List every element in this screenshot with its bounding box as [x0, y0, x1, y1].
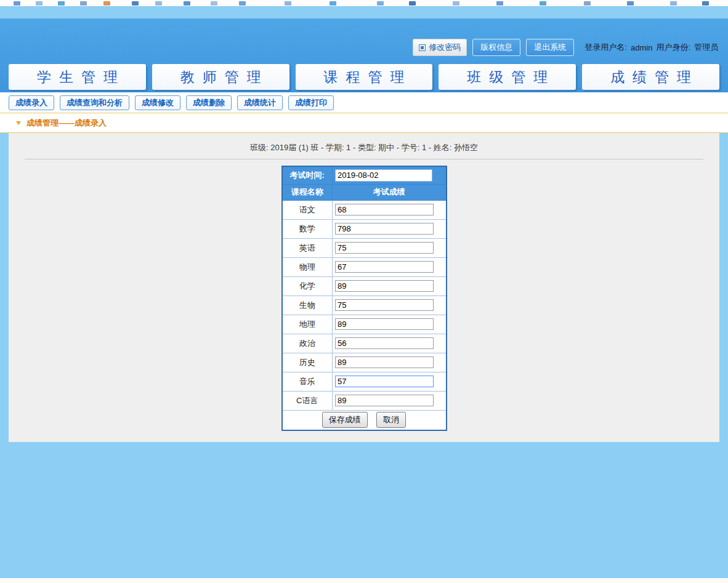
score-input[interactable] [335, 337, 434, 349]
main-nav-tab[interactable]: 课程管理 [296, 64, 433, 90]
sub-nav-button[interactable]: 成绩删除 [186, 95, 232, 110]
favicon-fragment-icon [330, 1, 336, 6]
column-header-course: 课程名称 [282, 184, 333, 200]
course-name: 政治 [282, 334, 333, 353]
score-cell [333, 257, 447, 276]
course-name: 生物 [282, 296, 333, 315]
score-cell [333, 238, 447, 257]
sub-nav-button[interactable]: 成绩打印 [288, 95, 334, 110]
score-input[interactable] [335, 299, 434, 311]
main-nav-tab-label: 教师管理 [172, 68, 269, 87]
main-nav: 学生管理 教师管理 课程管理 班级管理 成绩管理 [9, 64, 719, 90]
triangle-down-icon [16, 121, 21, 125]
score-row: C语言 [282, 391, 447, 410]
score-input[interactable] [335, 356, 434, 368]
role-label: 用户身份: [656, 42, 690, 53]
logout-button[interactable]: 退出系统 [526, 39, 574, 56]
favicon-fragment-icon [409, 1, 416, 6]
course-name: 数学 [282, 219, 333, 238]
form-buttons-row: 保存成绩 取消 [282, 410, 447, 430]
score-table-head: 考试时间: 课程名称 考试成绩 [282, 166, 447, 200]
course-name: 音乐 [282, 372, 333, 391]
score-table-footer: 保存成绩 取消 [282, 410, 447, 430]
course-name: 化学 [282, 276, 333, 296]
score-row: 音乐 [282, 372, 447, 391]
course-name: 语文 [282, 200, 333, 219]
main-nav-tab[interactable]: 班级管理 [439, 64, 576, 90]
favicon-fragment-icon [80, 1, 87, 6]
score-input[interactable] [335, 280, 434, 292]
score-row: 政治 [282, 334, 447, 353]
main-nav-tab[interactable]: 教师管理 [152, 64, 289, 90]
favicon-fragment-icon [702, 1, 709, 6]
login-user-label: 登录用户名: [584, 42, 627, 53]
score-cell [333, 372, 447, 391]
course-name: 历史 [282, 353, 333, 372]
main-nav-tab-label: 学生管理 [29, 68, 126, 87]
exam-date-input[interactable] [335, 169, 432, 182]
favicon-fragment-icon [58, 1, 65, 6]
score-input[interactable] [335, 318, 434, 330]
save-scores-button[interactable]: 保存成绩 [322, 412, 368, 428]
score-input[interactable] [335, 242, 434, 254]
login-user-value: admin [631, 43, 652, 52]
main-nav-tab-label: 课程管理 [315, 68, 412, 87]
score-cell [333, 296, 447, 315]
score-cell [333, 353, 447, 372]
copyright-button[interactable]: 版权信息 [472, 39, 520, 56]
score-row: 历史 [282, 353, 447, 372]
exam-date-label: 考试时间: [282, 166, 333, 184]
favicon-fragment-icon [132, 1, 139, 6]
score-cell [333, 334, 447, 353]
score-cell [333, 315, 447, 334]
sub-nav-button[interactable]: 成绩统计 [237, 95, 283, 110]
favicon-fragment-icon [184, 1, 190, 6]
change-password-button[interactable]: 修改密码 [413, 39, 467, 56]
favicon-fragment-icon [155, 1, 162, 6]
content-panel: 班级: 2019届 (1) 班 - 学期: 1 - 类型: 期中 - 学号: 1… [9, 133, 719, 442]
score-input[interactable] [335, 261, 434, 273]
course-name: 地理 [282, 315, 333, 334]
exam-date-row: 考试时间: [282, 166, 447, 184]
score-input[interactable] [335, 223, 434, 235]
sub-nav-button[interactable]: 成绩录入 [9, 95, 54, 110]
exam-date-cell [333, 166, 447, 184]
score-row: 物理 [282, 257, 447, 276]
favicon-fragment-icon [496, 1, 503, 6]
header-band: 修改密码 版权信息 退出系统 登录用户名: admin 用户身份: 管理员 学生… [0, 18, 728, 92]
favicon-fragment-icon [211, 1, 217, 6]
favicon-fragment-icon [14, 1, 20, 6]
breadcrumb: 成绩管理——成绩录入 [26, 118, 107, 129]
course-name: C语言 [282, 391, 333, 410]
score-cell [333, 200, 447, 219]
score-rows: 语文 数学 英语 [282, 200, 447, 410]
main-nav-tab[interactable]: 成绩管理 [582, 64, 719, 90]
bookmarks-bar-fragment [0, 0, 728, 6]
score-input[interactable] [335, 376, 434, 387]
sub-nav-button[interactable]: 成绩修改 [135, 95, 180, 110]
favicon-fragment-icon [627, 1, 634, 6]
column-header-score: 考试成绩 [333, 184, 447, 200]
login-user-info: 登录用户名: admin 用户身份: 管理员 [584, 42, 718, 53]
favicon-fragment-icon [239, 1, 246, 6]
table-header-row: 课程名称 考试成绩 [282, 184, 447, 200]
cancel-button[interactable]: 取消 [376, 412, 406, 428]
score-row: 数学 [282, 219, 447, 238]
main-nav-tab-label: 成绩管理 [602, 68, 699, 87]
score-row: 生物 [282, 296, 447, 315]
score-input[interactable] [335, 204, 434, 215]
sub-nav-button[interactable]: 成绩查询和分析 [60, 95, 129, 110]
role-value: 管理员 [694, 42, 718, 53]
score-row: 化学 [282, 276, 447, 296]
bottom-edge-strip [0, 578, 728, 583]
course-name: 物理 [282, 257, 333, 276]
score-row: 语文 [282, 200, 447, 219]
section-title-bar: 成绩管理——成绩录入 [0, 113, 728, 133]
favicon-fragment-icon [584, 1, 591, 6]
change-password-icon [419, 44, 426, 51]
score-cell [333, 276, 447, 296]
score-row: 地理 [282, 315, 447, 334]
score-cell [333, 219, 447, 238]
main-nav-tab[interactable]: 学生管理 [9, 64, 146, 90]
score-input[interactable] [335, 395, 434, 406]
